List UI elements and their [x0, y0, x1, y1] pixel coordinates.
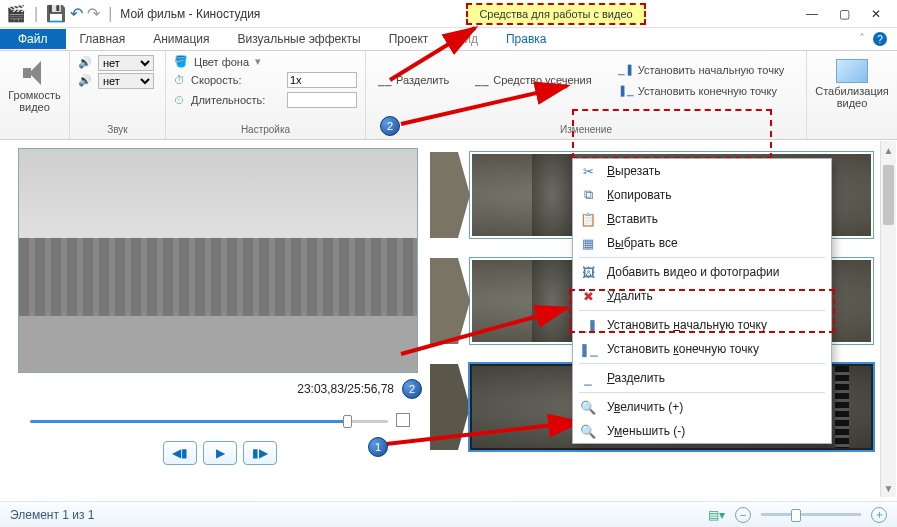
tab-effects[interactable]: Визуальные эффекты: [224, 29, 375, 49]
zoom-in-btn[interactable]: ＋: [871, 507, 887, 523]
ctx-delete[interactable]: ✖Удалить: [573, 284, 831, 308]
stabilize-icon: [832, 57, 872, 85]
fadeout-select[interactable]: нет: [98, 73, 154, 89]
zoom-out-btn[interactable]: −: [735, 507, 751, 523]
paste-icon: 📋: [579, 211, 597, 227]
ctx-zoom-out[interactable]: 🔍Уменьшить (-): [573, 419, 831, 443]
fullscreen-icon[interactable]: [396, 413, 410, 427]
zoom-slider[interactable]: [761, 513, 861, 516]
bgcolor-button[interactable]: 🪣 Цвет фона ▾: [174, 55, 357, 68]
preview-video[interactable]: [18, 148, 418, 373]
start-point-icon: ⎯❚: [579, 317, 597, 333]
ribbon-collapse-icon[interactable]: ˄: [859, 32, 865, 46]
tab-file[interactable]: Файл: [0, 29, 66, 49]
ctx-paste[interactable]: 📋Вставить: [573, 207, 831, 231]
settings-group-label: Настройка: [174, 122, 357, 137]
video-volume-button[interactable]: Громкость видео: [8, 55, 61, 115]
start-point-icon: ⎯❚: [618, 63, 634, 76]
ctx-add-media[interactable]: 🖼Добавить видео и фотографии: [573, 260, 831, 284]
fadeout-icon: 🔊: [78, 74, 94, 88]
titlebar: 🎬 | 💾 ↶ ↷ | Мой фильм - Киностудия — ▢ ✕: [0, 0, 897, 28]
preview-time: 23:03,83/25:56,78: [297, 382, 394, 396]
fadein-icon: 🔊: [78, 56, 94, 70]
delete-icon: ✖: [579, 288, 597, 304]
statusbar: Элемент 1 из 1 ▤▾ − ＋: [0, 501, 897, 527]
annotation-badge-1: 1: [368, 437, 388, 457]
annotation-badge-2-ribbon: 2: [380, 116, 400, 136]
fadein-select[interactable]: нет: [98, 55, 154, 71]
trim-icon: ⎯⎯: [475, 74, 489, 86]
ctx-split[interactable]: ⎯Разделить: [573, 366, 831, 390]
next-frame-button[interactable]: ▮▶: [243, 441, 277, 465]
speed-input[interactable]: [287, 72, 357, 88]
context-menu: ✂ВВырезатьырезать ⧉Копировать 📋Вставить …: [572, 158, 832, 444]
tab-home[interactable]: Главная: [66, 29, 140, 49]
prev-frame-button[interactable]: ◀▮: [163, 441, 197, 465]
scroll-down-icon[interactable]: ▼: [881, 479, 896, 497]
help-icon[interactable]: ?: [873, 32, 887, 46]
changes-group-label: Изменение: [374, 122, 798, 137]
maximize-button[interactable]: ▢: [829, 3, 859, 25]
ribbon: Громкость видео 🔊 нет 🔊 нет Звук 🪣 Цвет …: [0, 50, 897, 140]
save-icon[interactable]: 💾: [46, 4, 66, 23]
tab-edit[interactable]: Правка: [492, 29, 561, 49]
ctx-cut[interactable]: ✂ВВырезатьырезать: [573, 159, 831, 183]
stabilize-button[interactable]: Стабилизация видео: [815, 55, 889, 111]
set-end-point-button[interactable]: ❚⎯Установить конечную точку: [614, 82, 789, 99]
zoom-out-icon: 🔍: [579, 423, 597, 439]
redo-icon[interactable]: ↷: [87, 4, 100, 23]
close-button[interactable]: ✕: [861, 3, 891, 25]
split-icon: ⎯: [579, 370, 597, 386]
duration-input[interactable]: [287, 92, 357, 108]
window-title: Мой фильм - Киностудия: [120, 7, 260, 21]
undo-icon[interactable]: ↶: [70, 4, 83, 23]
play-button[interactable]: ▶: [203, 441, 237, 465]
ctx-copy[interactable]: ⧉Копировать: [573, 183, 831, 207]
ctx-set-end-point[interactable]: ❚⎯Установить конечную точку: [573, 337, 831, 361]
select-all-icon: ▦: [579, 235, 597, 251]
tab-view[interactable]: Вид: [442, 29, 492, 49]
annotation-badge-2-time: 2: [402, 379, 422, 399]
app-icon: 🎬: [6, 4, 26, 23]
speaker-icon: [21, 61, 49, 85]
ctx-zoom-in[interactable]: 🔍Увеличить (+): [573, 395, 831, 419]
ctx-select-all[interactable]: ▦Выбрать все: [573, 231, 831, 255]
status-text: Элемент 1 из 1: [10, 508, 95, 522]
duration-icon: ⏲: [174, 94, 185, 106]
scroll-up-icon[interactable]: ▲: [881, 141, 896, 159]
split-button[interactable]: ⎯⎯Разделить: [374, 61, 453, 99]
tab-animation[interactable]: Анимация: [139, 29, 223, 49]
end-point-icon: ❚⎯: [618, 84, 634, 97]
minimize-button[interactable]: —: [797, 3, 827, 25]
tab-project[interactable]: Проект: [375, 29, 443, 49]
ctx-set-start-point[interactable]: ⎯❚Установить начальную точку: [573, 313, 831, 337]
scissors-icon: ✂: [579, 163, 597, 179]
split-icon: ⎯⎯: [378, 74, 392, 86]
copy-icon: ⧉: [579, 187, 597, 203]
add-media-icon: 🖼: [579, 264, 597, 280]
sound-group-label: Звук: [78, 122, 157, 137]
set-start-point-button[interactable]: ⎯❚Установить начальную точку: [614, 61, 789, 78]
end-point-icon: ❚⎯: [579, 341, 597, 357]
menubar: Файл Главная Анимация Визуальные эффекты…: [0, 28, 897, 50]
vertical-scrollbar[interactable]: ▲ ▼: [880, 141, 896, 497]
speed-icon: ⏱: [174, 74, 185, 86]
zoom-in-icon: 🔍: [579, 399, 597, 415]
callout-video-tools: Средства для работы с видео: [466, 3, 646, 25]
paint-bucket-icon: 🪣: [174, 55, 188, 68]
preview-pane: 23:03,83/25:56,78 2 ◀▮ ▶ ▮▶: [0, 140, 430, 480]
trim-tool-button[interactable]: ⎯⎯Средство усечения: [471, 61, 595, 99]
thumbnails-icon[interactable]: ▤▾: [708, 508, 725, 522]
